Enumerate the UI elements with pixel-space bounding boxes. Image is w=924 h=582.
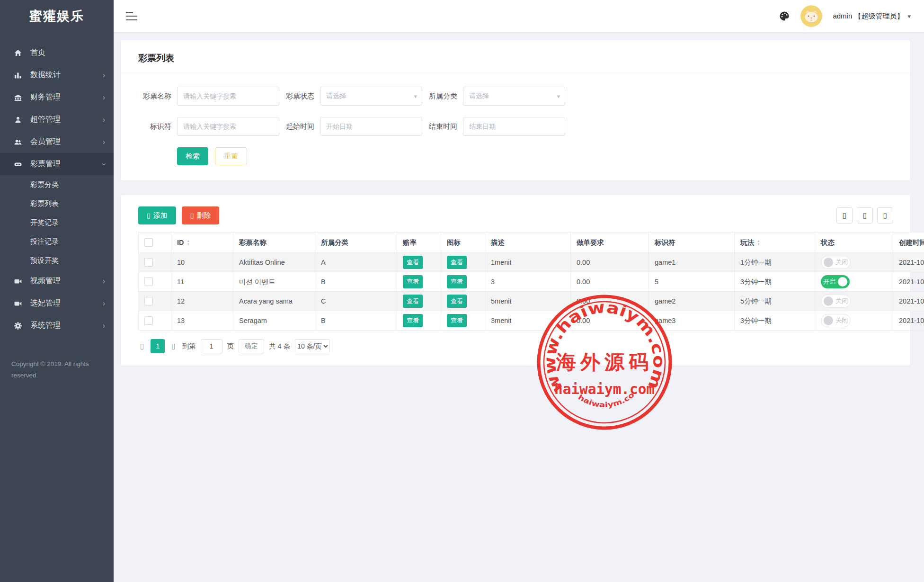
- header-cell-inner: 所属分类: [321, 238, 391, 247]
- sidebar-subitem[interactable]: 投注记录: [0, 232, 114, 251]
- row-checkbox[interactable]: [144, 297, 153, 305]
- cell-status: 关闭: [815, 311, 893, 331]
- header-cell-inner: 标识符: [655, 238, 729, 247]
- cell-play: 1分钟一期: [735, 253, 815, 272]
- video-icon: [13, 299, 23, 308]
- filter-field: 彩票名称: [138, 87, 281, 106]
- view-odds-button[interactable]: 查看: [403, 256, 423, 269]
- sidebar-item-admin[interactable]: 超管管理›: [0, 108, 114, 131]
- app-logo: 蜜獾娱乐: [0, 0, 114, 32]
- filter-field: 彩票状态请选择▾: [281, 87, 424, 106]
- view-icon-button[interactable]: 查看: [447, 256, 467, 269]
- sidebar-item-members[interactable]: 会员管理›: [0, 131, 114, 153]
- field-text-input[interactable]: [177, 117, 279, 136]
- sidebar-item-home[interactable]: 首页: [0, 42, 114, 64]
- status-toggle[interactable]: 开启: [821, 275, 850, 288]
- header-cell: 标识符: [649, 233, 735, 253]
- fullscreen-icon: ▯: [883, 211, 887, 220]
- view-icon-button[interactable]: 查看: [447, 295, 467, 308]
- user-name: admin 【超级管理员】: [833, 12, 904, 21]
- sidebar-subitem[interactable]: 预设开奖: [0, 251, 114, 270]
- sidebar-subitem[interactable]: 彩票列表: [0, 194, 114, 213]
- header-cell-inner: 做单要求: [577, 238, 643, 247]
- cell-identifier: 5: [649, 272, 735, 292]
- cell-id: 13: [171, 311, 233, 331]
- row-checkbox[interactable]: [144, 316, 153, 325]
- sidebar-item-lottery[interactable]: 彩票管理›: [0, 153, 114, 175]
- goto-confirm-button[interactable]: 确定: [239, 339, 264, 353]
- toggle-label: 关闭: [835, 316, 848, 325]
- header-cell: 玩法▲▼: [735, 233, 815, 253]
- view-odds-button[interactable]: 查看: [403, 314, 423, 327]
- toggle-label: 关闭: [835, 258, 848, 267]
- user-menu[interactable]: admin 【超级管理员】 ▾: [833, 12, 911, 21]
- main-content: 彩票列表 彩票名称彩票状态请选择▾所属分类请选择▾标识符起始时间结束时间 检索 …: [114, 32, 924, 582]
- filter-form-row: 彩票名称彩票状态请选择▾所属分类请选择▾: [138, 87, 893, 106]
- sidebar-subitem[interactable]: 开奖记录: [0, 213, 114, 232]
- sidebar-item-system[interactable]: 系统管理›: [0, 314, 114, 337]
- field-date-input[interactable]: [463, 117, 565, 136]
- filter-card: 彩票列表 彩票名称彩票状态请选择▾所属分类请选择▾标识符起始时间结束时间 检索 …: [121, 40, 910, 180]
- column-label: 标识符: [655, 238, 675, 247]
- columns-button[interactable]: ▯: [857, 207, 873, 224]
- sidebar-item-stats[interactable]: 数据统计›: [0, 64, 114, 86]
- sidebar-item-video[interactable]: 视频管理›: [0, 270, 114, 292]
- field-label: 所属分类: [424, 92, 457, 101]
- reset-button[interactable]: 重置: [215, 147, 247, 165]
- delete-button[interactable]: ▯ 删除: [182, 206, 220, 224]
- cell-icon: 查看: [441, 272, 485, 292]
- user-avatar[interactable]: [800, 5, 822, 27]
- field-label: 彩票名称: [138, 92, 171, 101]
- field-select[interactable]: 请选择▾: [320, 87, 422, 106]
- cell-identifier: game2: [649, 292, 735, 311]
- sidebar-item-concubine[interactable]: 选妃管理›: [0, 292, 114, 314]
- page-1-button[interactable]: 1: [151, 339, 165, 353]
- sort-icon[interactable]: ▲▼: [757, 239, 760, 246]
- next-page-icon[interactable]: ▯: [169, 342, 177, 350]
- field-label: 起始时间: [281, 122, 314, 131]
- view-icon-button[interactable]: 查看: [447, 275, 467, 288]
- cell-name: Seragam: [233, 311, 315, 331]
- total-count: 共 4 条: [269, 342, 290, 351]
- sidebar-subitem[interactable]: 彩票分类: [0, 175, 114, 194]
- goto-page-input[interactable]: [201, 339, 222, 353]
- filter-form: 彩票名称彩票状态请选择▾所属分类请选择▾标识符起始时间结束时间: [138, 87, 893, 136]
- gear-icon: [13, 321, 23, 331]
- prev-page-icon[interactable]: ▯: [138, 342, 146, 350]
- columns-icon: ▯: [863, 211, 867, 220]
- select-all-checkbox[interactable]: [144, 238, 153, 247]
- page-size-select[interactable]: 10 条/页: [295, 339, 330, 353]
- status-toggle[interactable]: 关闭: [821, 256, 851, 269]
- header-cell: ID▲▼: [171, 233, 233, 253]
- field-select[interactable]: 请选择▾: [463, 87, 565, 106]
- row-checkbox[interactable]: [144, 258, 153, 267]
- view-odds-button[interactable]: 查看: [403, 275, 423, 288]
- view-icon-button[interactable]: 查看: [447, 314, 467, 327]
- cell-name: 미션 이벤트: [233, 272, 315, 292]
- field-date-input[interactable]: [320, 117, 422, 136]
- chevron-down-icon: ›: [100, 163, 107, 165]
- status-toggle[interactable]: 关闭: [821, 314, 851, 327]
- row-checkbox[interactable]: [144, 278, 153, 286]
- column-label: 所属分类: [321, 238, 348, 247]
- view-odds-button[interactable]: 查看: [403, 295, 423, 308]
- cell-requirement: 0.00: [571, 292, 649, 311]
- home-icon: [13, 48, 23, 58]
- status-toggle[interactable]: 关闭: [821, 295, 851, 308]
- sort-icon[interactable]: ▲▼: [187, 239, 190, 246]
- filter-field: 结束时间: [424, 117, 567, 136]
- refresh-button[interactable]: ▯: [836, 207, 853, 224]
- fullscreen-button[interactable]: ▯: [877, 207, 893, 224]
- cell-category: B: [315, 272, 397, 292]
- chevron-right-icon: ›: [103, 300, 105, 307]
- sidebar-item-label: 彩票管理: [30, 159, 103, 169]
- sidebar-item-finance[interactable]: 财务管理›: [0, 86, 114, 108]
- menu-toggle-icon[interactable]: [126, 12, 137, 20]
- goto-suffix: 页: [227, 342, 234, 351]
- table-card: ▯ 添加 ▯ 删除 ▯ ▯ ▯ ID▲▼彩票名称所属分类赔率图标描述做单要求标识…: [121, 195, 910, 366]
- cell-icon: 查看: [441, 253, 485, 272]
- theme-palette-icon[interactable]: [779, 10, 790, 22]
- add-button[interactable]: ▯ 添加: [138, 206, 176, 224]
- search-button[interactable]: 检索: [177, 147, 208, 165]
- field-text-input[interactable]: [177, 87, 279, 106]
